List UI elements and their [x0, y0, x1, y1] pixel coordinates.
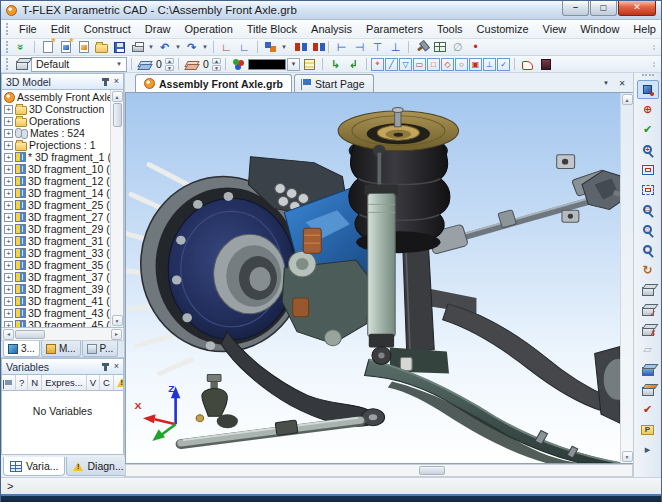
tree-item[interactable]: 3D fragment_39 (: [2, 283, 110, 295]
tree-item[interactable]: 3D fragment_45 (: [2, 319, 110, 327]
close-icon[interactable]: [114, 77, 119, 86]
color-swatch[interactable]: [248, 59, 286, 70]
tree-expander-icon[interactable]: [4, 165, 13, 174]
tree-item[interactable]: 3D fragment_14 (: [2, 187, 110, 199]
wireframe-view-icon[interactable]: ✗: [637, 320, 659, 339]
tree-expander-icon[interactable]: [4, 117, 13, 126]
zoom-selection-icon[interactable]: [637, 180, 659, 199]
scrollbar-thumb[interactable]: [15, 330, 45, 339]
menu-parameters[interactable]: Parameters: [359, 21, 430, 37]
spreadsheet-icon[interactable]: [431, 40, 448, 55]
minimize-button[interactable]: [562, 1, 589, 16]
tree-expander-icon[interactable]: [4, 141, 13, 150]
name-column[interactable]: N: [28, 375, 42, 390]
help-column[interactable]: ?: [16, 375, 28, 390]
align-bottom-icon[interactable]: [387, 40, 404, 55]
tab-pictures[interactable]: P...: [82, 341, 119, 357]
tab-assembly-front-axle[interactable]: Assembly Front Axle.grb: [135, 74, 292, 92]
filter-operation-icon[interactable]: [455, 58, 468, 71]
filter-custom-icon[interactable]: [497, 58, 510, 71]
menu-operation[interactable]: Operation: [177, 21, 239, 37]
zoom-extents-icon[interactable]: [637, 160, 659, 179]
tree-item[interactable]: 3D fragment_29 (: [2, 223, 110, 235]
tab-3d-model[interactable]: 3...: [3, 341, 40, 357]
tree-item[interactable]: 3D fragment_43 (: [2, 307, 110, 319]
expression-column[interactable]: Expres...: [42, 375, 87, 390]
coordinate-axes-icon[interactable]: [236, 40, 253, 55]
filter-face-icon[interactable]: [413, 58, 426, 71]
menu-window[interactable]: Window: [573, 21, 626, 37]
close-icon[interactable]: [114, 362, 119, 371]
tree-horizontal-scrollbar[interactable]: [1, 328, 124, 341]
level-stepper[interactable]: [212, 58, 221, 71]
zoom-previous-icon[interactable]: □: [637, 240, 659, 259]
menu-help[interactable]: Help: [626, 21, 662, 37]
select-element-icon[interactable]: [637, 80, 659, 99]
new-document-icon[interactable]: [39, 40, 56, 55]
open-document-icon[interactable]: [93, 40, 110, 55]
tree-expander-icon[interactable]: [4, 321, 13, 328]
tree-item[interactable]: 3D fragment_37 (: [2, 271, 110, 283]
align-left-icon[interactable]: [333, 40, 350, 55]
filter-body-icon[interactable]: [441, 58, 454, 71]
workplane-icon[interactable]: [218, 40, 235, 55]
warning-icon[interactable]: [114, 375, 124, 390]
scrollbar-thumb[interactable]: [419, 466, 445, 475]
material-balls-icon[interactable]: [230, 57, 247, 72]
scene-cube-icon[interactable]: [13, 57, 30, 72]
scroll-down-icon[interactable]: [622, 451, 633, 462]
tree-item-root[interactable]: Assembly Front Axle.grb: [2, 91, 110, 103]
menu-customize[interactable]: Customize: [470, 21, 536, 37]
selector-tree-add-icon[interactable]: [345, 57, 362, 72]
isometric-view-icon[interactable]: [637, 360, 659, 379]
tab-materials[interactable]: M...: [41, 341, 81, 357]
canvas-horizontal-scrollbar[interactable]: [125, 464, 633, 477]
design-tools-icon[interactable]: [413, 40, 430, 55]
scroll-up-icon[interactable]: [622, 94, 633, 105]
prototype-folder-icon[interactable]: [637, 420, 659, 439]
tab-diagnostics[interactable]: Diagn...: [66, 457, 130, 476]
align-top-icon[interactable]: [369, 40, 386, 55]
apply-check-icon[interactable]: [637, 120, 659, 139]
tree-expander-icon[interactable]: [4, 285, 13, 294]
tree-item[interactable]: 3D fragment_10 (: [2, 163, 110, 175]
configuration-combobox[interactable]: Default: [31, 57, 127, 72]
scroll-up-icon[interactable]: [112, 91, 123, 102]
menu-tools[interactable]: Tools: [430, 21, 470, 37]
level-icon[interactable]: [183, 57, 200, 72]
tree-item[interactable]: 3D fragment_27 (: [2, 211, 110, 223]
tree-expander-icon[interactable]: [4, 189, 13, 198]
tree-expander-icon[interactable]: [4, 177, 13, 186]
save-document-icon[interactable]: [111, 40, 128, 55]
tree-expander-icon[interactable]: [4, 153, 13, 162]
3d-node-icon[interactable]: [637, 100, 659, 119]
tab-variables[interactable]: Varia...: [3, 457, 65, 476]
tree-expander-icon[interactable]: [4, 297, 13, 306]
tree-expander-icon[interactable]: [4, 105, 13, 114]
new-3d-document-icon[interactable]: [57, 40, 74, 55]
tree-item[interactable]: 3D fragment_41 (: [2, 295, 110, 307]
render-view-icon[interactable]: [637, 380, 659, 399]
pin-icon[interactable]: [104, 78, 107, 86]
menu-file[interactable]: File: [12, 21, 44, 37]
shaded-view-icon[interactable]: [637, 280, 659, 299]
toolbar-overflow-icon[interactable]: [649, 61, 659, 68]
hidden-edges-view-icon[interactable]: ✓: [637, 300, 659, 319]
filter-fragment-icon[interactable]: [469, 58, 482, 71]
value-column[interactable]: V: [87, 375, 100, 390]
configurations-dropdown[interactable]: [280, 44, 288, 50]
redo-dropdown[interactable]: [201, 44, 209, 50]
tree-expander-icon[interactable]: [4, 201, 13, 210]
tree-expander-icon[interactable]: [4, 273, 13, 282]
tree-expander-icon[interactable]: [4, 237, 13, 246]
canvas-vertical-scrollbar[interactable]: [620, 93, 633, 463]
expand-more-icon[interactable]: [637, 440, 659, 459]
print-icon[interactable]: [129, 40, 146, 55]
tree-item[interactable]: * 3D fragment_1 (: [2, 151, 110, 163]
tree-item[interactable]: 3D Construction: [2, 103, 110, 115]
model-configurations-icon[interactable]: [262, 40, 279, 55]
pin-icon[interactable]: [104, 363, 107, 371]
scroll-right-icon[interactable]: [111, 329, 122, 340]
tree-expander-icon[interactable]: [4, 249, 13, 258]
tree-vertical-scrollbar[interactable]: [110, 90, 123, 327]
